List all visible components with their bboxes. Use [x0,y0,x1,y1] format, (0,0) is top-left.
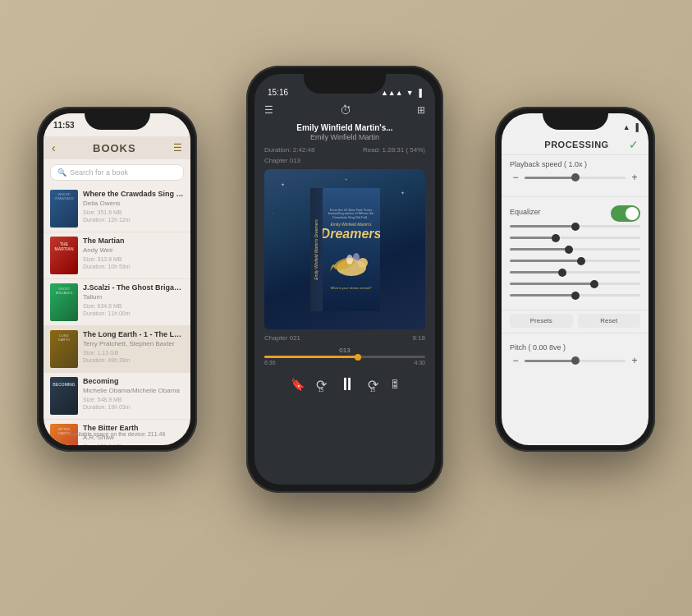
battery-icon: ▐ [417,89,422,97]
album-art: ✦ ✦ · ✦ Emily Winfield Martin's Dreamers… [264,169,425,329]
star-2: ✦ [401,190,405,195]
star-1: ✦ [281,182,285,187]
presets-button[interactable]: Presets [510,314,573,328]
eq-band-1 [510,225,640,228]
eq-slider-3[interactable] [510,248,640,251]
eq-band-2 [510,237,640,239]
center-time: 15:16 [268,88,288,97]
book-cover: THEMARTIAN [50,237,78,274]
book-title: The Martian [83,237,184,246]
menu-icon[interactable]: ☰ [173,142,182,154]
center-status-icons: ▲▲▲ ▼ ▐ [381,89,422,97]
book-title: J.Scalzi - The Ghost Brigades [83,283,184,292]
book-author: Michelle Obama/Michelle Obama [83,387,184,394]
book-info: The Martian Andy Weir Size: 313.8 MB Dur… [83,237,184,270]
confirm-button[interactable]: ✓ [629,138,639,151]
eq-label-row: Equalizer [510,205,640,222]
left-notch [85,113,150,130]
book-meta: Size: 634.6 MB Duration: 11h 00m [83,302,184,317]
reset-button[interactable]: Reset [578,314,641,328]
pause-button[interactable]: ⏸ [338,374,356,395]
speed-minus-button[interactable]: − [510,172,521,183]
eq-band-6 [510,283,640,285]
eq-band-5 [510,271,640,274]
list-item[interactable]: THEMARTIAN The Martian Andy Weir Size: 3… [44,232,190,279]
progress-section: 013 6:36 4:30 [254,343,435,369]
chapter-bottom-row: Chapter 021 9:18 [254,333,435,343]
pitch-slider[interactable] [525,360,626,362]
equalizer-section: Equalizer [502,200,648,306]
left-header: ‹ BOOKS ☰ [44,136,190,159]
bookmark-grid-icon[interactable]: ⊞ [417,104,425,116]
speed-plus-button[interactable]: + [629,172,640,183]
eq-slider-5[interactable] [510,271,640,274]
presets-row: Presets Reset [502,314,648,328]
book-cover: WHERECRAWDADS [50,190,78,228]
list-item[interactable]: GHOSTBRIGADES J.Scalzi - The Ghost Briga… [44,279,190,326]
eq-band-4 [510,260,640,262]
eq-slider-6[interactable] [510,283,640,285]
time-elapsed: 6:36 [264,360,276,365]
book-title: Becoming [83,377,184,386]
divider-2 [502,310,648,310]
book-author: Delia Owens [83,200,184,207]
player-top-bar: ☰ ⏱ ⊞ [254,100,435,120]
playback-speed-slider-row: − + [510,172,640,183]
eq-slider-4[interactable] [510,260,640,262]
book-info: Becoming Michelle Obama/Michelle Obama S… [83,377,184,411]
star-3: · [273,210,274,215]
chapter-number: 013 [264,347,425,354]
forward-button[interactable]: ⟳ 15 [368,377,378,393]
scene: 11:53 ‹ BOOKS ☰ 🔍 Search for a book WHER… [0,0,692,616]
clock-icon[interactable]: ⏱ [340,103,351,117]
center-screen: 15:16 ▲▲▲ ▼ ▐ ☰ ⏱ ⊞ Emily Winfield Marti… [254,74,435,485]
storage-info: Available space on the device: 211.46 [44,431,190,437]
eq-sliders [510,225,640,301]
progress-bar[interactable] [264,356,425,358]
search-bar[interactable]: 🔍 Search for a book [50,164,184,181]
back-button[interactable]: ‹ [52,141,56,154]
eq-band-3 [510,248,640,251]
wifi-icon: ▼ [406,89,414,97]
phone-left: 11:53 ‹ BOOKS ☰ 🔍 Search for a book WHER… [37,107,197,452]
pitch-section: Pitch ( 0.00 8ve ) − + [502,338,648,376]
book-author: Terry Pratchett, Stephen Baxter [83,340,184,347]
book-meta: Size: 313.8 MB Duration: 10h 53m [83,255,184,270]
hamburger-icon[interactable]: ☰ [264,104,273,116]
progress-fill [264,356,358,358]
list-item[interactable]: WHERECRAWDADS Where the Crawdads Sing by… [44,186,190,232]
signal-icon: ▲▲▲ [381,89,403,97]
book-cover: LONGEARTH [50,330,78,368]
list-item[interactable]: BECOMING Becoming Michelle Obama/Michell… [44,373,190,420]
np-author: Emily Winfield Martin [261,133,428,141]
rewind-button[interactable]: ⟳ 15 [316,377,327,393]
battery-icon-right: ▐ [634,123,639,131]
chapter-bottom-time: 9:18 [412,334,425,342]
book-list: WHERECRAWDADS Where the Crawdads Sing by… [44,186,190,445]
equalizer-toggle[interactable] [611,205,640,222]
dreamers-book-box: Emily Winfield Martin's Dreamers From th… [310,184,380,315]
now-playing-info: Emily Winfield Martin's... Emily Winfiel… [254,120,435,145]
eq-slider-7[interactable] [510,294,640,297]
dreamers-spine-text: Emily Winfield Martin's Dreamers [314,219,319,279]
eq-button[interactable]: 🎛 [390,379,400,390]
phone-center: 15:16 ▲▲▲ ▼ ▐ ☰ ⏱ ⊞ Emily Winfield Marti… [246,66,443,493]
book-cover: BECOMING [50,377,78,415]
duration-label: Duration: 2:42:48 [264,146,314,154]
bookmark-button[interactable]: 🔖 [291,378,305,391]
list-item[interactable]: LONGEARTH The Long Earth - 1 - The Long … [44,326,190,373]
svg-point-4 [353,253,360,263]
np-title: Emily Winfield Martin's... [261,123,428,132]
eq-slider-2[interactable] [510,237,640,239]
divider-1 [502,196,648,197]
eq-slider-1[interactable] [510,225,640,228]
speed-slider[interactable] [525,177,626,179]
dreamers-spine: Emily Winfield Martin's Dreamers [310,188,323,311]
pitch-plus-button[interactable]: + [629,355,640,366]
center-notch [304,74,386,94]
dreamers-box-front: From the #1 New York Times bestselling a… [323,188,380,311]
book-cover: GHOSTBRIGADES [50,283,78,321]
pitch-label: Pitch ( 0.00 8ve ) [510,343,640,352]
pitch-minus-button[interactable]: − [510,355,521,366]
book-author: Andy Weir [83,246,184,254]
